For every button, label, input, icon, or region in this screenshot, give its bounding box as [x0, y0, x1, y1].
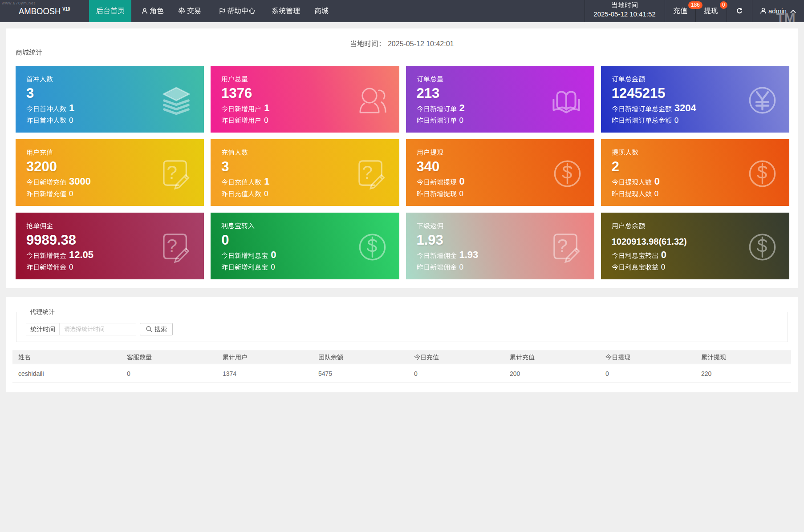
- svg-text:?: ?: [167, 235, 178, 256]
- svg-text:?: ?: [557, 235, 568, 256]
- svg-text:?: ?: [362, 161, 373, 183]
- svg-text:?: ?: [167, 161, 178, 183]
